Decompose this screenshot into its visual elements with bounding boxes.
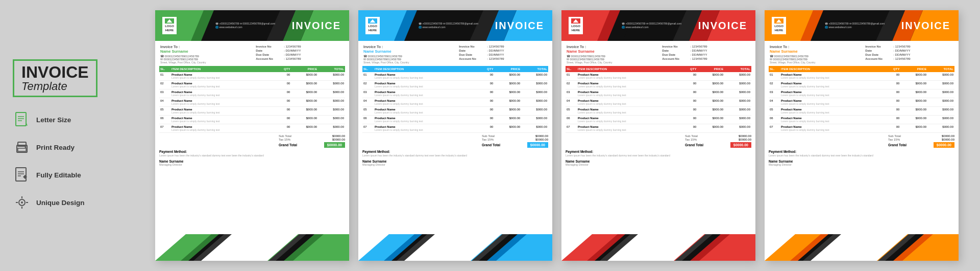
feature-fully-editable: Fully Editable [13,166,81,184]
letter-size-label: Letter Size [36,116,71,124]
payment-section: Payment Method: Lorem ipsum has been the… [769,150,954,157]
table-row: 06 Product Name Lorem ipsum is simply du… [362,116,548,124]
items-table: SL. ITEM DESCRIPTION QTY PRICE TOTAL 01 … [159,66,345,133]
cards-area: LOGO HERE ☎ +0000123456789 ✉ 00001234567… [138,0,980,271]
table-row: 01 Product Name Lorem ipsum is simply du… [566,72,751,81]
card-info: Invoice To : Name Surname ☎ 000012345678… [561,41,755,66]
table-row: 03 Product Name Lorem ipsum is simply du… [769,89,954,98]
table-row: 01 Product Name Lorem ipsum is simply du… [362,72,548,81]
payment-section: Payment Method: Lorem ipsum has been the… [566,150,751,157]
table-row: 02 Product Name Lorem ipsum is simply du… [159,81,345,89]
letter-icon: A [13,110,31,129]
table-row: 07 Product Name Lorem ipsum is simply du… [159,124,345,133]
svg-rect-7 [18,148,26,151]
signature-section: Name Surname Managing Director [566,160,751,166]
table-row: 02 Product Name Lorem ipsum is simply du… [566,81,751,89]
table-row: 05 Product Name Lorem ipsum is simply du… [362,107,548,116]
svg-point-18 [21,201,23,204]
card-info: Invoice To : Name Surname ☎ 000012345678… [358,41,552,66]
invoice-sub-title: Template [21,80,89,93]
payment-section: Payment Method: Lorem ipsum has been the… [159,150,345,157]
table-row: 07 Product Name Lorem ipsum is simply du… [362,124,548,133]
signature-section: Name Surname Managing Director [769,160,954,166]
items-table: SL. ITEM DESCRIPTION QTY PRICE TOTAL 01 … [362,66,548,133]
table-row: 05 Product Name Lorem ipsum is simply du… [769,107,954,116]
card-info: Invoice To : Name Surname ☎ 000012345678… [155,41,349,66]
invoice-big-title: INVOICE [21,64,89,80]
svg-marker-57 [573,19,578,22]
invoice-word: INVOICE [495,20,544,32]
svg-rect-9 [16,168,26,181]
signature-section: Name Surname Managing Director [159,160,345,166]
invoice-card-green: LOGO HERE ☎ +0000123456789 ✉ 00001234567… [155,10,349,261]
table-row: 04 Product Name Lorem ipsum is simply du… [566,98,751,107]
fully-editable-label: Fully Editable [36,171,81,179]
table-row: 05 Product Name Lorem ipsum is simply du… [159,107,345,116]
table-row: 07 Product Name Lorem ipsum is simply du… [566,124,751,133]
items-table: SL. ITEM DESCRIPTION QTY PRICE TOTAL 01 … [769,66,954,133]
table-row: 01 Product Name Lorem ipsum is simply du… [769,72,954,81]
invoice-card-red: LOGO HERE ☎ +0000123456789 ✉ 00001234567… [561,10,755,261]
svg-point-8 [25,147,27,148]
table-row: 06 Product Name Lorem ipsum is simply du… [769,116,954,124]
unique-design-label: Unique Design [36,199,85,207]
card-header: LOGO HERE ☎ +0000123456789 ✉ 00001234567… [155,10,349,41]
card-header: LOGO HERE ☎ +0000123456789 ✉ 00001234567… [765,10,959,41]
table-row: 04 Product Name Lorem ipsum is simply du… [769,98,954,107]
invoice-card-blue: LOGO HERE ☎ +0000123456789 ✉ 00001234567… [358,10,552,261]
table-row: 07 Product Name Lorem ipsum is simply du… [769,124,954,133]
svg-text:A: A [25,123,28,126]
invoice-word: INVOICE [901,20,950,32]
items-table: SL. ITEM DESCRIPTION QTY PRICE TOTAL 01 … [566,66,751,133]
table-row: 04 Product Name Lorem ipsum is simply du… [159,98,345,107]
svg-marker-73 [776,19,781,22]
card-footer [765,234,959,261]
table-row: 02 Product Name Lorem ipsum is simply du… [769,81,954,89]
invoice-word: INVOICE [292,20,341,32]
print-ready-label: Print Ready [36,144,75,151]
feature-print-ready: Print Ready [13,138,75,156]
table-row: 06 Product Name Lorem ipsum is simply du… [566,116,751,124]
design-icon [13,193,31,212]
svg-rect-0 [16,112,26,126]
card-info: Invoice To : Name Surname ☎ 000012345678… [765,41,959,66]
invoice-card-orange: LOGO HERE ☎ +0000123456789 ✉ 00001234567… [765,10,959,261]
print-icon [13,138,31,156]
feature-unique-design: Unique Design [13,193,85,212]
invoice-word: INVOICE [698,20,747,32]
edit-icon [13,166,31,184]
card-header: LOGO HERE ☎ +0000123456789 ✉ 00001234567… [561,10,755,41]
table-row: 06 Product Name Lorem ipsum is simply du… [159,116,345,124]
table-row: 03 Product Name Lorem ipsum is simply du… [362,89,548,98]
feature-letter-size: A Letter Size [13,110,71,129]
signature-section: Name Surname Managing Director [362,160,548,166]
card-footer [561,234,755,261]
table-row: 03 Product Name Lorem ipsum is simply du… [566,89,751,98]
svg-marker-25 [167,19,172,22]
invoice-title-box: INVOICE Template [13,59,97,97]
table-row: 02 Product Name Lorem ipsum is simply du… [362,81,548,89]
svg-marker-41 [370,19,375,22]
payment-section: Payment Method: Lorem ipsum has been the… [362,150,548,157]
sidebar: INVOICE Template A Letter Size Print Rea… [0,0,138,271]
table-row: 04 Product Name Lorem ipsum is simply du… [362,98,548,107]
card-footer [358,234,552,261]
table-row: 03 Product Name Lorem ipsum is simply du… [159,89,345,98]
card-header: LOGO HERE ☎ +0000123456789 ✉ 00001234567… [358,10,552,41]
table-row: 05 Product Name Lorem ipsum is simply du… [566,107,751,116]
card-footer [155,234,349,261]
table-row: 01 Product Name Lorem ipsum is simply du… [159,72,345,81]
